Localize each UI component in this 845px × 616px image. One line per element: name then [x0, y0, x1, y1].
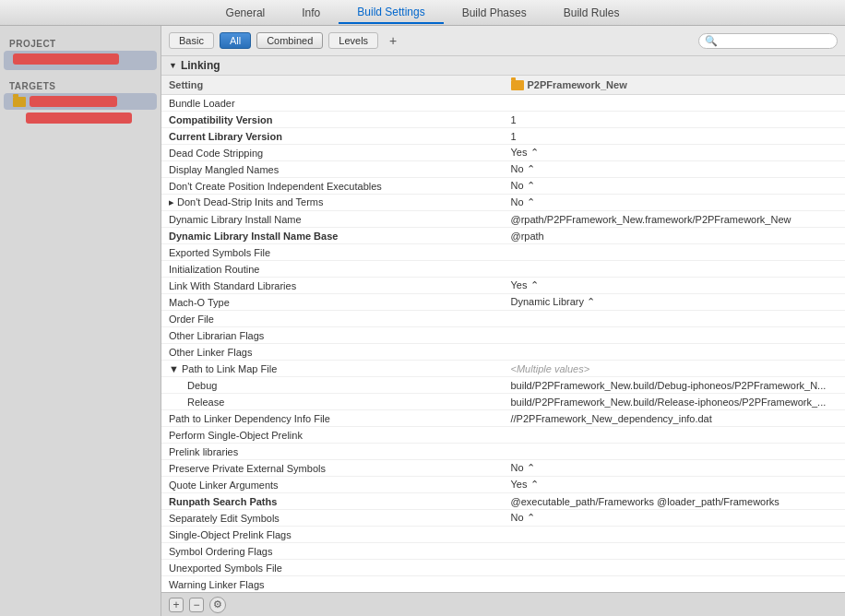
table-row[interactable]: Warning Linker Flags	[161, 576, 845, 592]
table-row[interactable]: Link With Standard LibrariesYes ⌃	[161, 278, 845, 294]
tab-build-phases[interactable]: Build Phases	[444, 2, 545, 24]
table-row[interactable]: Display Mangled NamesNo ⌃	[161, 161, 845, 178]
setting-cell: Path to Linker Dependency Info File	[169, 412, 504, 425]
table-header: Setting P2PFramework_New	[161, 76, 845, 95]
filter-levels-button[interactable]: Levels	[328, 32, 378, 49]
value-cell	[504, 268, 839, 270]
value-cell	[504, 534, 839, 536]
value-cell	[504, 584, 839, 586]
setting-cell: Bundle Loader	[169, 97, 504, 110]
table-row[interactable]: Other Librarian Flags	[161, 327, 845, 344]
table-row[interactable]: Don't Create Position Independent Execut…	[161, 178, 845, 195]
table-row[interactable]: Preserve Private External SymbolsNo ⌃	[161, 460, 845, 477]
value-cell: No ⌃	[504, 511, 839, 525]
project-section-label: PROJECT	[0, 35, 161, 51]
value-cell: @rpath	[504, 230, 839, 243]
sidebar-item-project[interactable]	[4, 51, 157, 70]
value-cell	[504, 318, 839, 320]
table-row[interactable]: ▼ Path to Link Map File<Multiple values>	[161, 361, 845, 377]
value-cell: @rpath/P2PFramework_New.framework/P2PFra…	[504, 213, 839, 226]
tab-bar: General Info Build Settings Build Phases…	[208, 2, 638, 24]
table-row[interactable]: Mach-O TypeDynamic Library ⌃	[161, 294, 845, 311]
value-cell: <Multiple values>	[504, 362, 839, 375]
table-row[interactable]: Symbol Ordering Flags	[161, 543, 845, 560]
setting-cell: Order File	[169, 313, 504, 326]
setting-cell: Compatibility Version	[169, 113, 504, 126]
search-box: 🔍	[698, 33, 838, 49]
filter-add-button[interactable]: +	[384, 31, 402, 50]
table-row[interactable]: Compatibility Version1	[161, 112, 845, 128]
value-cell: No ⌃	[504, 195, 839, 209]
table-row[interactable]: Dead Code StrippingYes ⌃	[161, 145, 845, 161]
table-row[interactable]: Quote Linker ArgumentsYes ⌃	[161, 477, 845, 493]
value-cell	[504, 434, 839, 436]
gear-button[interactable]: ⚙	[209, 597, 226, 613]
title-bar: General Info Build Settings Build Phases…	[0, 0, 845, 26]
setting-cell: Prelink libraries	[169, 445, 504, 458]
table-row[interactable]: Dynamic Library Install Name@rpath/P2PFr…	[161, 211, 845, 228]
filter-combined-button[interactable]: Combined	[256, 32, 323, 49]
value-cell: build/P2PFramework_New.build/Release-iph…	[504, 396, 839, 409]
value-cell: Yes ⌃	[504, 478, 839, 492]
section-header-label: Linking	[181, 59, 220, 72]
table-row[interactable]: Other Linker Flags	[161, 344, 845, 361]
tab-build-rules[interactable]: Build Rules	[545, 2, 638, 24]
table-row[interactable]: Bundle Loader	[161, 95, 845, 112]
setting-cell: Symbol Ordering Flags	[169, 545, 504, 558]
linking-section-header[interactable]: ▼ Linking	[161, 56, 845, 76]
setting-cell: Display Mangled Names	[169, 163, 504, 176]
filter-basic-button[interactable]: Basic	[169, 32, 214, 49]
value-cell: @executable_path/Frameworks @loader_path…	[504, 495, 839, 508]
table-row[interactable]: Exported Symbols File	[161, 244, 845, 261]
setting-cell: Dynamic Library Install Name Base	[169, 230, 504, 243]
setting-cell: Mach-O Type	[169, 296, 504, 309]
table-row[interactable]: Prelink libraries	[161, 444, 845, 460]
value-cell: Yes ⌃	[504, 146, 839, 160]
tab-general[interactable]: General	[208, 2, 284, 24]
value-cell: 1	[504, 130, 839, 143]
tab-build-settings[interactable]: Build Settings	[339, 2, 443, 24]
table-row[interactable]: Separately Edit SymbolsNo ⌃	[161, 510, 845, 527]
table-row[interactable]: Perform Single-Object Prelink	[161, 427, 845, 444]
table-row[interactable]: Order File	[161, 311, 845, 327]
setting-cell: Don't Create Position Independent Execut…	[169, 180, 504, 193]
setting-cell: Perform Single-Object Prelink	[169, 429, 504, 442]
value-cell: 1	[504, 113, 839, 126]
setting-cell: Release	[169, 396, 504, 409]
setting-cell: Separately Edit Symbols	[169, 512, 504, 525]
setting-cell: Link With Standard Libraries	[169, 279, 504, 292]
table-row[interactable]: Debugbuild/P2PFramework_New.build/Debug-…	[161, 377, 845, 394]
setting-cell: Initialization Routine	[169, 263, 504, 276]
setting-cell: ▼ Path to Link Map File	[169, 362, 504, 375]
table-row[interactable]: Single-Object Prelink Flags	[161, 527, 845, 543]
remove-button[interactable]: −	[189, 598, 204, 612]
sidebar-item-target-2[interactable]	[0, 110, 161, 126]
setting-cell: Single-Object Prelink Flags	[169, 528, 504, 541]
setting-cell: Warning Linker Flags	[169, 578, 504, 591]
table-row[interactable]: ▸ Don't Dead-Strip Inits and TermsNo ⌃	[161, 195, 845, 211]
sidebar-item-target-1[interactable]	[4, 93, 157, 110]
value-cell	[504, 252, 839, 254]
setting-cell: Preserve Private External Symbols	[169, 462, 504, 475]
setting-cell: Current Library Version	[169, 130, 504, 143]
table-row[interactable]: Runpath Search Paths@executable_path/Fra…	[161, 493, 845, 510]
filter-bar: Basic All Combined Levels + 🔍	[161, 26, 845, 56]
value-cell: No ⌃	[504, 461, 839, 475]
setting-cell: Quote Linker Arguments	[169, 479, 504, 492]
setting-cell: Dynamic Library Install Name	[169, 213, 504, 226]
table-row[interactable]: Path to Linker Dependency Info File//P2P…	[161, 410, 845, 427]
table-row[interactable]: Initialization Routine	[161, 261, 845, 278]
table-row[interactable]: Current Library Version1	[161, 128, 845, 145]
target-1-name-bar	[30, 96, 117, 107]
add-button[interactable]: +	[169, 598, 184, 612]
sidebar: PROJECT TARGETS	[0, 26, 161, 616]
setting-col-header: Setting	[169, 77, 504, 92]
search-input[interactable]	[720, 35, 831, 46]
tab-info[interactable]: Info	[283, 2, 339, 24]
table-row[interactable]: Releasebuild/P2PFramework_New.build/Rele…	[161, 394, 845, 410]
filter-all-button[interactable]: All	[220, 32, 251, 49]
setting-cell: ▸ Don't Dead-Strip Inits and Terms	[169, 195, 504, 209]
setting-cell: Runpath Search Paths	[169, 495, 504, 508]
table-row[interactable]: Unexported Symbols File	[161, 560, 845, 576]
table-row[interactable]: Dynamic Library Install Name Base@rpath	[161, 228, 845, 244]
